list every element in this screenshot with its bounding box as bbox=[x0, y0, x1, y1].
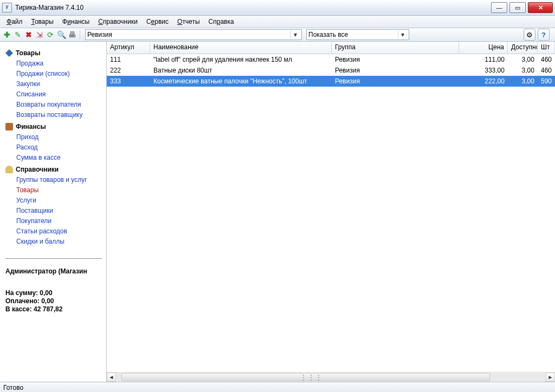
section-finance-title: Финансы bbox=[16, 123, 46, 130]
close-button[interactable]: ✕ bbox=[528, 2, 553, 13]
edit-icon[interactable]: ✎ bbox=[13, 30, 23, 40]
view-combo[interactable]: Ревизия ▾ bbox=[85, 29, 302, 40]
nav-discounts[interactable]: Скидки и баллы bbox=[16, 237, 102, 246]
folder-icon bbox=[5, 166, 13, 173]
toolbar: ✚ ✎ ✖ ⇲ ⟳ 🔍 🖶 Ревизия ▾ Показать все ▾ ⚙… bbox=[0, 28, 555, 42]
chevron-down-icon: ▾ bbox=[291, 31, 300, 38]
toolbar-separator bbox=[80, 30, 80, 40]
col-article[interactable]: Артикул bbox=[107, 42, 150, 54]
cell-unit: 460 bbox=[538, 56, 555, 63]
scroll-left-icon[interactable]: ◄ bbox=[107, 373, 116, 382]
maximize-button[interactable]: ▭ bbox=[509, 2, 526, 13]
cell-avail: 3,00 bbox=[508, 77, 538, 85]
nav-expense[interactable]: Расход bbox=[16, 143, 102, 152]
app-icon: ₮ bbox=[2, 3, 12, 12]
section-reference: Справочники bbox=[5, 166, 102, 173]
menu-service[interactable]: Сервис bbox=[142, 17, 173, 27]
print-icon[interactable]: 🖶 bbox=[67, 30, 77, 40]
col-name[interactable]: Наименование bbox=[150, 42, 332, 54]
horizontal-scrollbar[interactable]: ◄ ⋮⋮⋮ ► bbox=[107, 372, 555, 382]
nav-income[interactable]: Приход bbox=[16, 133, 102, 142]
scroll-right-icon[interactable]: ► bbox=[546, 373, 555, 382]
paid-line: Оплачено: 0,00 bbox=[5, 297, 102, 305]
nav-customer-returns[interactable]: Возвраты покупателя bbox=[16, 100, 102, 109]
delete-icon[interactable]: ✖ bbox=[24, 30, 34, 40]
nav-purchases[interactable]: Закупки bbox=[16, 80, 102, 89]
cell-price: 222,00 bbox=[459, 77, 508, 85]
minimize-button[interactable]: — bbox=[491, 2, 507, 13]
section-finance: Финансы bbox=[5, 123, 102, 130]
table-row[interactable]: 111 "label off" спрей для удаления накле… bbox=[107, 54, 555, 65]
menu-reference[interactable]: Справочники bbox=[94, 17, 142, 27]
menubar: Файл Товары Финансы Справочники Сервис О… bbox=[0, 16, 555, 28]
section-goods: Товары bbox=[5, 49, 102, 57]
menu-goods[interactable]: Товары bbox=[27, 17, 58, 27]
help-icon[interactable]: ? bbox=[538, 29, 550, 41]
table-row[interactable]: 333 Косметические ватные палочки "Нежнос… bbox=[107, 76, 555, 87]
wallet-icon bbox=[5, 123, 13, 130]
table-body: 111 "label off" спрей для удаления накле… bbox=[107, 54, 555, 372]
menu-reports[interactable]: Отчеты bbox=[173, 17, 204, 27]
nav-expense-items[interactable]: Статьи расходов bbox=[16, 227, 102, 236]
cell-article: 222 bbox=[107, 67, 150, 74]
main-area: Товары Продажа Продажи (список) Закупки … bbox=[0, 42, 555, 382]
cell-unit: 460 bbox=[538, 67, 555, 74]
scroll-thumb[interactable]: ⋮⋮⋮ bbox=[121, 373, 490, 381]
nav-supplier-returns[interactable]: Возвраты поставщику bbox=[16, 110, 102, 120]
view-combo-value: Ревизия bbox=[87, 31, 291, 38]
filter-combo[interactable]: Показать все ▾ bbox=[306, 29, 409, 40]
menu-file[interactable]: Файл bbox=[2, 17, 27, 27]
nav-services[interactable]: Услуги bbox=[16, 196, 102, 205]
nav-sales-list[interactable]: Продажи (список) bbox=[16, 69, 102, 79]
nav-goods[interactable]: Товары bbox=[16, 186, 102, 195]
content-area: Артикул Наименование Группа Цена Доступн… bbox=[107, 42, 555, 382]
cell-price: 111,00 bbox=[459, 56, 508, 63]
section-goods-title: Товары bbox=[16, 49, 40, 57]
titlebar: ₮ Тирика-Магазин 7.4.10 — ▭ ✕ bbox=[0, 0, 555, 16]
cell-group: Ревизия bbox=[332, 67, 459, 74]
sidebar: Товары Продажа Продажи (список) Закупки … bbox=[0, 42, 107, 382]
chevron-down-icon: ▾ bbox=[398, 31, 407, 38]
cell-group: Ревизия bbox=[332, 77, 459, 85]
nav-customers[interactable]: Покупатели bbox=[16, 217, 102, 226]
menu-help[interactable]: Справка bbox=[204, 17, 238, 27]
statusbar: Готово bbox=[0, 382, 555, 392]
toolbar-right: ⚙ ? bbox=[524, 29, 553, 41]
cell-name: Ватные диски 80шт bbox=[150, 67, 332, 74]
table-row[interactable]: 222 Ватные диски 80шт Ревизия 333,00 3,0… bbox=[107, 65, 555, 76]
nav-writeoffs[interactable]: Списания bbox=[16, 90, 102, 99]
refresh-icon[interactable]: ⟳ bbox=[46, 30, 55, 40]
cell-article: 111 bbox=[107, 56, 150, 63]
box-icon bbox=[5, 49, 13, 57]
col-price[interactable]: Цена bbox=[459, 42, 508, 54]
cell-name: Косметические ватные палочки "Нежность",… bbox=[150, 77, 332, 85]
sum-line: На сумму: 0,00 bbox=[5, 289, 102, 297]
nav-suppliers[interactable]: Поставщики bbox=[16, 206, 102, 215]
window-title: Тирика-Магазин 7.4.10 bbox=[15, 4, 491, 11]
nav-cash-total[interactable]: Сумма в кассе bbox=[16, 153, 102, 162]
col-available[interactable]: Доступно bbox=[508, 42, 538, 54]
search-icon[interactable]: 🔍 bbox=[56, 30, 66, 40]
menu-finance[interactable]: Финансы bbox=[58, 17, 94, 27]
cell-name: "label off" спрей для удаления наклеек 1… bbox=[150, 56, 332, 63]
window-buttons: — ▭ ✕ bbox=[491, 2, 553, 13]
col-group[interactable]: Группа bbox=[332, 42, 459, 54]
table-header: Артикул Наименование Группа Цена Доступн… bbox=[107, 42, 555, 54]
section-reference-title: Справочники bbox=[16, 166, 59, 173]
gear-icon[interactable]: ⚙ bbox=[524, 29, 535, 41]
link-icon[interactable]: ⇲ bbox=[35, 30, 44, 40]
add-icon[interactable]: ✚ bbox=[2, 30, 12, 40]
status-text: Готово bbox=[3, 384, 23, 391]
sidebar-divider bbox=[5, 258, 102, 259]
nav-groups[interactable]: Группы товаров и услуг bbox=[16, 175, 102, 185]
nav-sale[interactable]: Продажа bbox=[16, 59, 102, 68]
col-unit[interactable]: Шт bbox=[538, 42, 555, 54]
cell-avail: 3,00 bbox=[508, 56, 538, 63]
cell-avail: 3,00 bbox=[508, 67, 538, 74]
cell-price: 333,00 bbox=[459, 67, 508, 74]
cell-group: Ревизия bbox=[332, 56, 459, 63]
cell-unit: 590 bbox=[538, 77, 555, 85]
scroll-track[interactable]: ⋮⋮⋮ bbox=[116, 373, 546, 381]
cell-article: 333 bbox=[107, 77, 150, 85]
filter-combo-value: Показать все bbox=[308, 31, 398, 38]
